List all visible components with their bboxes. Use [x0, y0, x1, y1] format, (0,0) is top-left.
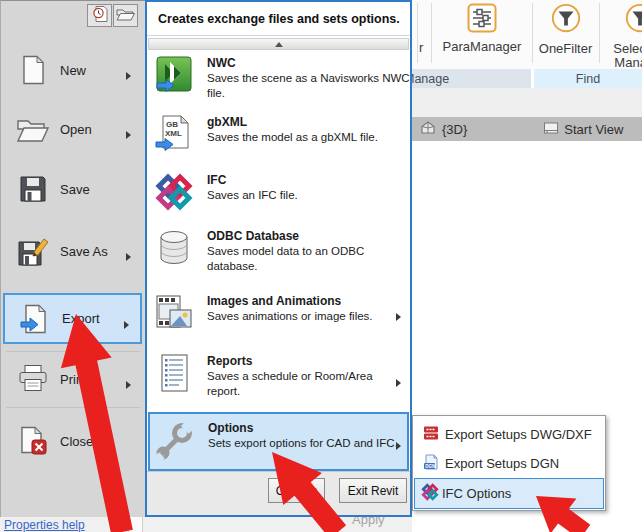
dwg-dxf-icon	[423, 426, 439, 444]
save-floppy-icon	[16, 172, 50, 206]
export-menu-item-nwc[interactable]: NWC Saves the scene as a Navisworks NWC …	[152, 55, 406, 100]
submenu-arrow-icon	[396, 307, 401, 325]
funnel-icon	[550, 3, 582, 39]
menu-item-description: file.	[207, 86, 410, 101]
menu-item-title: NWC	[207, 56, 410, 71]
export-menu-item-options[interactable]: Options Sets export options for CAD and …	[148, 412, 409, 471]
menu-item-description: Saves the scene as a Navisworks NWC	[207, 71, 410, 86]
menu-item-title: IFC	[207, 173, 298, 188]
submenu-arrow-icon	[396, 436, 401, 454]
export-menu-item-reports[interactable]: Reports Saves a schedule or Room/Area re…	[152, 353, 406, 398]
dgn-file-icon: DGN	[423, 454, 439, 474]
menu-item-title: Options	[208, 421, 398, 436]
submenu-item-export-setups-dwg-dxf[interactable]: Export Setups DWG/DXF	[414, 420, 604, 449]
sidebar-separator	[6, 351, 140, 352]
ribbon-group-label: Find	[576, 72, 600, 86]
sheet-icon	[543, 120, 559, 139]
exit-revit-button-label: Exit Revit	[348, 484, 399, 498]
new-file-icon	[16, 53, 50, 87]
exit-revit-button[interactable]: Exit Revit	[339, 478, 407, 503]
open-folder-icon	[116, 6, 135, 26]
sidebar-item-close[interactable]: Close	[3, 416, 142, 466]
export-menu-item-ifc[interactable]: IFC Saves an IFC file.	[152, 172, 406, 212]
sidebar-item-save[interactable]: Save	[3, 164, 142, 214]
sidebar-item-label: Close	[60, 434, 93, 449]
scroll-up-icon	[275, 42, 283, 47]
submenu-item-ifc-options[interactable]: IFC Options	[414, 478, 604, 509]
sliders-icon	[467, 3, 497, 37]
submenu-arrow-icon	[126, 66, 131, 84]
ifc-logo-icon	[154, 172, 194, 212]
submenu-item-label: IFC Options	[442, 486, 511, 501]
ribbon-separator	[417, 3, 418, 63]
export-menu-item-gbxml[interactable]: GB XML gbXML Saves the model as a gbXML …	[152, 114, 406, 154]
export-menu-item-images-animations[interactable]: Images and Animations Saves animations o…	[152, 293, 406, 333]
menu-item-title: Images and Animations	[207, 294, 373, 309]
view-tab-3d-label[interactable]: {3D}	[442, 122, 467, 137]
menu-item-description: Sets export options for CAD and IFC.	[208, 436, 398, 451]
menu-item-description: Saves model data to an ODBC	[207, 244, 364, 259]
export-file-icon	[18, 302, 52, 336]
ribbon-group-tab-manage[interactable]: Manage	[412, 69, 531, 88]
ribbon-button-label: Selection Manager	[600, 42, 642, 70]
navisworks-nwc-icon	[154, 55, 194, 95]
menu-item-description: Saves a schedule or Room/Area	[207, 369, 373, 384]
sidebar-item-label: New	[60, 63, 86, 78]
submenu-arrow-icon	[396, 373, 401, 391]
dgn-icon-text: DGN	[425, 463, 436, 468]
report-page-icon	[154, 353, 194, 393]
gbxml-file-icon: GB XML	[154, 114, 194, 154]
submenu-arrow-icon	[126, 125, 131, 143]
menu-item-description: Saves an IFC file.	[207, 188, 298, 203]
submenu-arrow-icon	[126, 247, 131, 265]
tooltip-text: Creates exchange files and sets options.	[158, 12, 400, 26]
sidebar-item-open[interactable]: Open	[3, 104, 142, 154]
gbxml-icon-text: GB	[166, 120, 178, 129]
ribbon-button-label: OneFilter	[539, 42, 592, 56]
submenu-item-label: Export Setups DWG/DXF	[445, 427, 592, 442]
home-view-icon	[420, 120, 436, 139]
sidebar-item-new[interactable]: New	[3, 45, 142, 95]
options-button[interactable]: Options	[268, 478, 325, 503]
ribbon-group-tab-find[interactable]: Find	[534, 69, 642, 88]
sidebar-separator	[6, 407, 140, 408]
ribbon-button-selection-manager[interactable]: Selection Manager	[600, 0, 642, 66]
submenu-item-export-setups-dgn[interactable]: DGN Export Setups DGN	[414, 449, 604, 478]
ribbon-button-onefilter[interactable]: OneFilter	[532, 0, 599, 66]
recent-documents-icon	[91, 5, 109, 27]
menu-footer: Options Exit Revit	[147, 471, 410, 515]
save-as-floppy-pencil-icon	[16, 234, 50, 268]
open-documents-button[interactable]	[113, 4, 138, 27]
ribbon-separator	[431, 3, 432, 63]
wrench-icon	[155, 420, 195, 460]
export-tooltip: Creates exchange files and sets options.	[147, 2, 410, 36]
ribbon-button-paramanager[interactable]: ParaManager	[433, 0, 531, 66]
menu-item-title: ODBC Database	[207, 229, 364, 244]
ifc-logo-icon	[421, 483, 439, 505]
menu-item-description: Saves the model as a gbXML file.	[207, 130, 378, 145]
sidebar-item-label: Open	[60, 122, 92, 137]
sidebar-item-label: Print	[60, 372, 87, 387]
sidebar-item-export[interactable]: Export	[3, 293, 142, 344]
status-strip: Properties help	[0, 517, 412, 532]
export-menu-item-odbc[interactable]: ODBC Database Saves model data to an ODB…	[152, 228, 406, 273]
ribbon-panel-find: r ParaManager	[412, 0, 642, 69]
gbxml-icon-text: XML	[165, 129, 182, 138]
options-row-content: Options Sets export options for CAD and …	[153, 420, 407, 460]
submenu-arrow-icon	[126, 375, 131, 393]
close-file-icon	[16, 424, 50, 458]
options-submenu: Export Setups DWG/DXF DGN Export Setups …	[412, 415, 606, 511]
sidebar-item-print[interactable]: Print	[3, 354, 142, 404]
ribbon-button-label: ParaManager	[443, 40, 522, 54]
menu-item-title: Reports	[207, 354, 373, 369]
ribbon-group-label: Manage	[412, 72, 449, 86]
recent-documents-button[interactable]	[87, 4, 112, 27]
sidebar-item-label: Save As	[60, 244, 108, 259]
menu-scroll-up-strip[interactable]	[148, 38, 409, 50]
menu-item-description: Saves animations or image files.	[207, 309, 373, 324]
menu-item-description: database.	[207, 259, 364, 274]
view-tab-start-view-label[interactable]: Start View	[564, 122, 623, 137]
sidebar-item-save-as[interactable]: Save As	[3, 226, 142, 276]
app-menu-sidebar: New Open	[0, 0, 145, 517]
properties-help-link[interactable]: Properties help	[4, 518, 85, 532]
